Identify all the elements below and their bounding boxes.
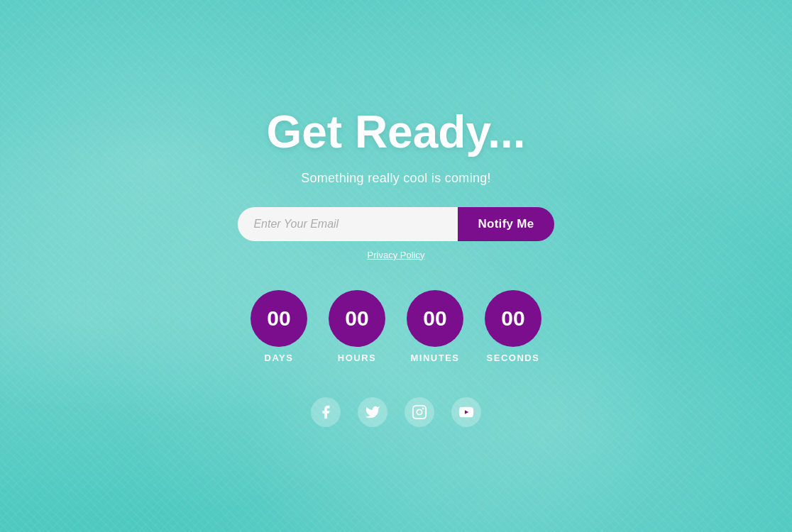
days-label: DAYS xyxy=(265,353,294,363)
minutes-value: 00 xyxy=(423,306,446,331)
facebook-icon xyxy=(318,404,334,420)
twitter-icon xyxy=(365,404,380,420)
instagram-link[interactable] xyxy=(405,397,434,427)
countdown-days: 00 DAYS xyxy=(251,290,307,363)
facebook-link[interactable] xyxy=(311,397,341,427)
countdown-seconds: 00 SECONDS xyxy=(485,290,541,363)
privacy-policy-link[interactable]: Privacy Policy xyxy=(368,250,425,260)
twitter-link[interactable] xyxy=(358,397,387,427)
youtube-icon xyxy=(458,404,474,420)
seconds-value: 00 xyxy=(501,306,524,331)
days-value: 00 xyxy=(267,306,290,331)
seconds-label: SECONDS xyxy=(487,353,540,363)
days-circle: 00 xyxy=(251,290,307,347)
notify-button[interactable]: Notify Me xyxy=(458,207,554,241)
email-form: Notify Me xyxy=(238,207,554,241)
countdown-timer: 00 DAYS 00 HOURS 00 MINUTES 00 SECONDS xyxy=(251,290,541,363)
svg-point-2 xyxy=(422,407,424,409)
hours-circle: 00 xyxy=(329,290,385,347)
minutes-circle: 00 xyxy=(407,290,463,347)
social-links xyxy=(311,397,481,427)
svg-rect-0 xyxy=(413,405,426,418)
hours-value: 00 xyxy=(345,306,368,331)
main-container: Get Ready... Something really cool is co… xyxy=(0,0,792,532)
page-headline: Get Ready... xyxy=(266,106,525,158)
countdown-hours: 00 HOURS xyxy=(329,290,385,363)
youtube-link[interactable] xyxy=(451,397,481,427)
svg-point-1 xyxy=(417,409,422,414)
email-input[interactable] xyxy=(238,207,458,241)
seconds-circle: 00 xyxy=(485,290,541,347)
countdown-minutes: 00 MINUTES xyxy=(407,290,463,363)
hours-label: HOURS xyxy=(338,353,376,363)
page-subheadline: Something really cool is coming! xyxy=(301,171,491,186)
minutes-label: MINUTES xyxy=(411,353,460,363)
instagram-icon xyxy=(412,404,427,420)
